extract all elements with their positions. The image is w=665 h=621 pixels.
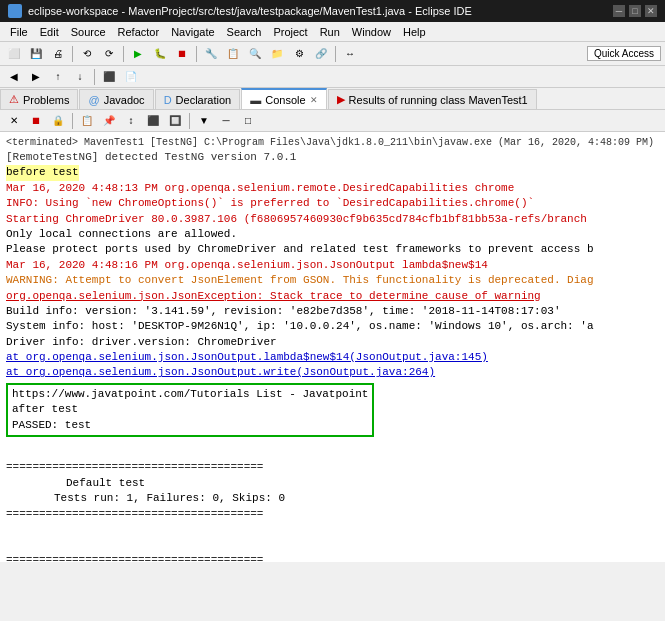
toolbar-btn-7[interactable]: 📋	[223, 44, 243, 64]
before-test-line: before test	[6, 165, 659, 180]
console-btn-3[interactable]: ↕	[121, 111, 141, 131]
console-line3: Starting ChromeDriver 80.0.3987.106 (f68…	[6, 212, 659, 227]
console-system-info: System info: host: 'DESKTOP-9M26N1Q', ip…	[6, 319, 659, 334]
console-icon: ▬	[250, 94, 261, 106]
secondary-toolbar: ◀ ▶ ↑ ↓ ⬛ 📄	[0, 66, 665, 88]
console-btn-1[interactable]: 📋	[77, 111, 97, 131]
console-scroll-lock[interactable]: 🔒	[48, 111, 68, 131]
main-toolbar: ⬜ 💾 🖨 ⟲ ⟳ ▶ 🐛 ⏹ 🔧 📋 🔍 📁 ⚙ 🔗 ↔ Quick Acce…	[0, 42, 665, 66]
toolbar-btn-11[interactable]: 🔗	[311, 44, 331, 64]
console-blank	[6, 522, 659, 537]
console-btn-4[interactable]: ⬛	[143, 111, 163, 131]
toolbar-btn-10[interactable]: ⚙	[289, 44, 309, 64]
tab-problems-label: Problems	[23, 94, 69, 106]
console-area[interactable]: <terminated> MavenTest1 [TestNG] C:\Prog…	[0, 132, 665, 562]
run-button[interactable]: ▶	[128, 44, 148, 64]
menu-search[interactable]: Search	[221, 24, 268, 40]
console-sep1	[6, 445, 659, 460]
console-line7: WARNING: Attempt to convert JsonElement …	[6, 273, 659, 288]
console-minimize[interactable]: ─	[216, 111, 236, 131]
console-maximize[interactable]: □	[238, 111, 258, 131]
tab-declaration[interactable]: D Declaration	[155, 89, 241, 109]
console-btn-6[interactable]: ▼	[194, 111, 214, 131]
after-test: after test	[12, 402, 368, 417]
quick-access-box[interactable]: Quick Access	[587, 46, 661, 61]
menu-project[interactable]: Project	[267, 24, 313, 40]
console-link1[interactable]: at org.openqa.selenium.json.JsonOutput.l…	[6, 350, 659, 365]
menu-edit[interactable]: Edit	[34, 24, 65, 40]
debug-button[interactable]: 🐛	[150, 44, 170, 64]
console-default-test: Default test	[66, 476, 659, 491]
toolbar-btn-2[interactable]: 💾	[26, 44, 46, 64]
console-line5: Please protect ports used by ChromeDrive…	[6, 242, 659, 257]
title-bar: eclipse-workspace - MavenProject/src/tes…	[0, 0, 665, 22]
console-terminated: <terminated> MavenTest1 [TestNG] C:\Prog…	[6, 136, 659, 150]
console-result-box: https://www.javatpoint.com/Tutorials Lis…	[6, 381, 659, 439]
console-sep1-line: =======================================	[6, 460, 659, 475]
console-line2: INFO: Using `new ChromeOptions()` is pre…	[6, 196, 659, 211]
toolbar-btn-8[interactable]: 🔍	[245, 44, 265, 64]
console-line4: Only local connections are allowed.	[6, 227, 659, 242]
toolbar2-sep-1	[94, 69, 95, 85]
menu-file[interactable]: File	[4, 24, 34, 40]
toolbar-btn-6[interactable]: 🔧	[201, 44, 221, 64]
tab-console-label: Console	[265, 94, 305, 106]
toolbar2-btn-1[interactable]: ⬛	[99, 67, 119, 87]
tab-console[interactable]: ▬ Console ✕	[241, 88, 326, 109]
console-btn-2[interactable]: 📌	[99, 111, 119, 131]
console-btn-5[interactable]: 🔲	[165, 111, 185, 131]
menu-refactor[interactable]: Refactor	[112, 24, 166, 40]
toolbar-btn-1[interactable]: ⬜	[4, 44, 24, 64]
console-driver-info: Driver info: driver.version: ChromeDrive…	[6, 335, 659, 350]
maximize-button[interactable]: □	[629, 5, 641, 17]
console-exception: org.openqa.selenium.json.JsonException: …	[6, 289, 659, 304]
nav-forward[interactable]: ▶	[26, 67, 46, 87]
toolbar-btn-5[interactable]: ⟳	[99, 44, 119, 64]
tab-javadoc-label: Javadoc	[104, 94, 145, 106]
passed-line: PASSED: test	[12, 418, 368, 433]
javadoc-icon: @	[88, 94, 99, 106]
result-box-content: https://www.javatpoint.com/Tutorials Lis…	[6, 383, 374, 437]
result-url: https://www.javatpoint.com/Tutorials Lis…	[12, 387, 368, 402]
console-blank2	[6, 537, 659, 552]
console-sep2-line: =======================================	[6, 507, 659, 522]
title-text: eclipse-workspace - MavenProject/src/tes…	[28, 5, 472, 17]
menu-window[interactable]: Window	[346, 24, 397, 40]
menu-navigate[interactable]: Navigate	[165, 24, 220, 40]
toolbar-btn-12[interactable]: ↔	[340, 44, 360, 64]
minimize-button[interactable]: ─	[613, 5, 625, 17]
console-sep-2	[189, 113, 190, 129]
console-version: [RemoteTestNG] detected TestNG version 7…	[6, 150, 659, 165]
menu-source[interactable]: Source	[65, 24, 112, 40]
toolbar-btn-3[interactable]: 🖨	[48, 44, 68, 64]
toolbar-sep-2	[123, 46, 124, 62]
toolbar-sep-1	[72, 46, 73, 62]
tab-problems[interactable]: ⚠ Problems	[0, 89, 78, 109]
results-icon: ▶	[337, 93, 345, 106]
nav-up[interactable]: ↑	[48, 67, 68, 87]
tab-javadoc[interactable]: @ Javadoc	[79, 89, 153, 109]
console-tests-run: Tests run: 1, Failures: 0, Skips: 0	[54, 491, 659, 506]
eclipse-icon	[8, 4, 22, 18]
console-clear[interactable]: ✕	[4, 111, 24, 131]
tab-results-label: Results of running class MavenTest1	[349, 94, 528, 106]
stop-button[interactable]: ⏹	[172, 44, 192, 64]
console-link2[interactable]: at org.openqa.selenium.json.JsonOutput.w…	[6, 365, 659, 380]
console-build-info: Build info: version: '3.141.59', revisio…	[6, 304, 659, 319]
nav-back[interactable]: ◀	[4, 67, 24, 87]
menu-bar: File Edit Source Refactor Navigate Searc…	[0, 22, 665, 42]
close-button[interactable]: ✕	[645, 5, 657, 17]
menu-run[interactable]: Run	[314, 24, 346, 40]
console-stop[interactable]: ⏹	[26, 111, 46, 131]
tab-results[interactable]: ▶ Results of running class MavenTest1	[328, 89, 537, 109]
toolbar2-btn-2[interactable]: 📄	[121, 67, 141, 87]
console-tab-close[interactable]: ✕	[310, 95, 318, 105]
toolbar-btn-4[interactable]: ⟲	[77, 44, 97, 64]
before-test-text: before test	[6, 165, 79, 180]
console-line1: Mar 16, 2020 4:48:13 PM org.openqa.selen…	[6, 181, 659, 196]
nav-down[interactable]: ↓	[70, 67, 90, 87]
toolbar-sep-4	[335, 46, 336, 62]
toolbar-btn-9[interactable]: 📁	[267, 44, 287, 64]
menu-help[interactable]: Help	[397, 24, 432, 40]
problems-icon: ⚠	[9, 93, 19, 106]
